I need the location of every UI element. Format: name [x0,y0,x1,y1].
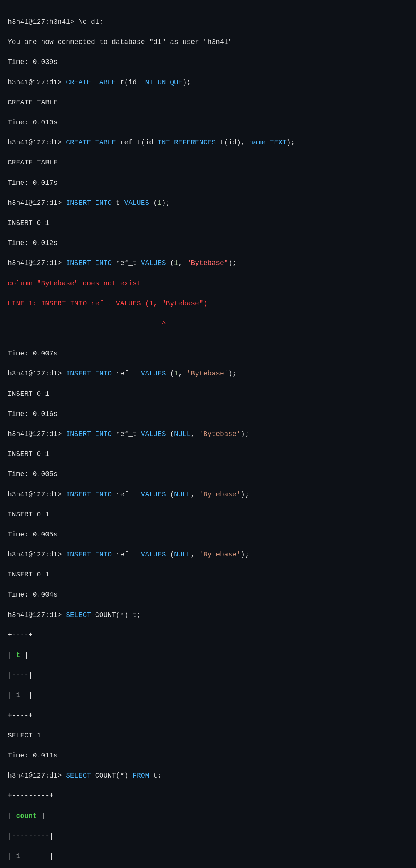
line-21: Time: 0.016s [8,409,408,419]
line-23: INSERT 0 1 [8,449,408,459]
line-7: h3n41@127:d1> CREATE TABLE ref_t(id INT … [8,137,408,147]
line-32: +----+ [8,630,408,640]
line-36: +----+ [8,710,408,721]
line-3: Time: 0.039s [8,57,408,67]
terminal-output: h3n41@127:h3n4l> \c d1; You are now conn… [8,7,408,868]
line-18: Time: 0.007s [8,349,408,359]
line-24: Time: 0.005s [8,469,408,479]
line-28: h3n41@127:d1> INSERT INTO ref_t VALUES (… [8,550,408,560]
line-43: | 1 | [8,851,408,861]
line-39: h3n41@127:d1> SELECT COUNT(*) FROM t; [8,771,408,781]
line-33: | t | [8,650,408,660]
line-29: INSERT 0 1 [8,570,408,580]
line-41: | count | [8,811,408,821]
line-26: INSERT 0 1 [8,509,408,519]
line-4: h3n41@127:d1> CREATE TABLE t(id INT UNIQ… [8,77,408,87]
line-16: ^ [8,318,408,328]
line-11: INSERT 0 1 [8,218,408,228]
line-9: Time: 0.017s [8,178,408,188]
line-25: h3n41@127:d1> INSERT INTO ref_t VALUES (… [8,489,408,499]
line-2: You are now connected to database "d1" a… [8,37,408,47]
line-19: h3n41@127:d1> INSERT INTO ref_t VALUES (… [8,369,408,379]
line-13: h3n41@127:d1> INSERT INTO ref_t VALUES (… [8,258,408,268]
line-10: h3n41@127:d1> INSERT INTO t VALUES (1); [8,198,408,208]
line-35: | 1 | [8,690,408,700]
line-5: CREATE TABLE [8,97,408,107]
line-40: +---------+ [8,791,408,801]
line-34: |----| [8,670,408,680]
line-38: Time: 0.011s [8,751,408,761]
line-12: Time: 0.012s [8,238,408,248]
line-14: column "Bytebase" does not exist [8,278,408,288]
line-15: LINE 1: INSERT INTO ref_t VALUES (1, "By… [8,298,408,308]
line-37: SELECT 1 [8,731,408,741]
line-6: Time: 0.010s [8,117,408,127]
line-42: |---------| [8,831,408,841]
line-20: INSERT 0 1 [8,389,408,399]
line-8: CREATE TABLE [8,158,408,168]
line-1: h3n41@127:h3n4l> \c d1; [8,17,408,27]
line-27: Time: 0.005s [8,530,408,540]
line-30: Time: 0.004s [8,590,408,600]
line-31: h3n41@127:d1> SELECT COUNT(*) t; [8,610,408,620]
line-22: h3n41@127:d1> INSERT INTO ref_t VALUES (… [8,429,408,439]
